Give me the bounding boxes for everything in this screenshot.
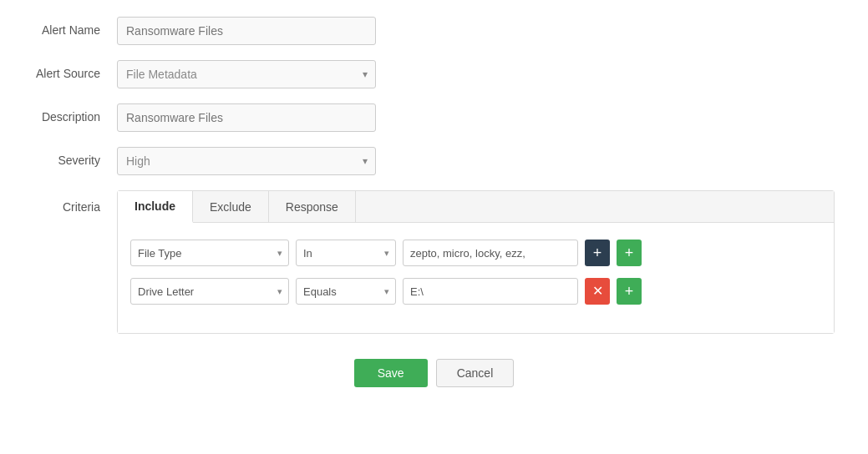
value-input-2[interactable]	[403, 278, 578, 305]
field-select-2[interactable]: File Type Drive Letter File Name File Pa…	[130, 278, 289, 305]
alert-name-input[interactable]	[117, 17, 376, 45]
remove-row-button-2[interactable]: ✕	[585, 278, 610, 305]
criteria-row-2: File Type Drive Letter File Name File Pa…	[130, 278, 821, 305]
form-container: Alert Name Alert Source File Metadata Ne…	[33, 17, 835, 334]
footer-buttons: Save Cancel	[33, 359, 835, 387]
add-row-button-1[interactable]: +	[617, 240, 642, 266]
alert-source-row: Alert Source File Metadata Network Syste…	[33, 60, 835, 88]
description-row: Description	[33, 103, 835, 132]
value-input-1[interactable]	[403, 240, 578, 266]
alert-source-select[interactable]: File Metadata Network System	[117, 60, 376, 88]
alert-source-label: Alert Source	[33, 60, 117, 80]
description-label: Description	[33, 103, 117, 124]
criteria-section: Include Exclude Response File Type Drive…	[117, 190, 835, 334]
severity-row: Severity Low Medium High Critical	[33, 147, 835, 175]
op-select-wrapper-2: In Equals Not Equals Contains	[296, 278, 396, 305]
severity-select[interactable]: Low Medium High Critical	[117, 147, 376, 175]
field-select-1[interactable]: File Type Drive Letter File Name File Pa…	[130, 240, 289, 266]
add-value-button-1[interactable]: +	[585, 240, 610, 266]
tab-include[interactable]: Include	[118, 191, 193, 223]
op-select-2[interactable]: In Equals Not Equals Contains	[296, 278, 396, 305]
severity-label: Severity	[33, 147, 117, 167]
criteria-label: Criteria	[33, 190, 117, 214]
criteria-row-1: File Type Drive Letter File Name File Pa…	[130, 240, 821, 266]
op-select-wrapper-1: In Equals Not Equals Contains	[296, 240, 396, 266]
cancel-button[interactable]: Cancel	[436, 359, 515, 387]
field-select-wrapper-2: File Type Drive Letter File Name File Pa…	[130, 278, 289, 305]
field-select-wrapper-1: File Type Drive Letter File Name File Pa…	[130, 240, 289, 266]
alert-name-label: Alert Name	[33, 17, 117, 37]
save-button[interactable]: Save	[354, 359, 428, 387]
add-row-button-2[interactable]: +	[617, 278, 642, 305]
alert-source-wrapper: File Metadata Network System	[117, 60, 376, 88]
alert-name-row: Alert Name	[33, 17, 835, 45]
op-select-1[interactable]: In Equals Not Equals Contains	[296, 240, 396, 266]
tab-response[interactable]: Response	[269, 191, 356, 222]
criteria-body: File Type Drive Letter File Name File Pa…	[118, 223, 834, 333]
tab-exclude[interactable]: Exclude	[193, 191, 269, 222]
criteria-tabs: Include Exclude Response	[118, 191, 834, 223]
description-input[interactable]	[117, 103, 376, 132]
criteria-row: Criteria Include Exclude Response File T…	[33, 190, 835, 334]
severity-wrapper: Low Medium High Critical	[117, 147, 376, 175]
